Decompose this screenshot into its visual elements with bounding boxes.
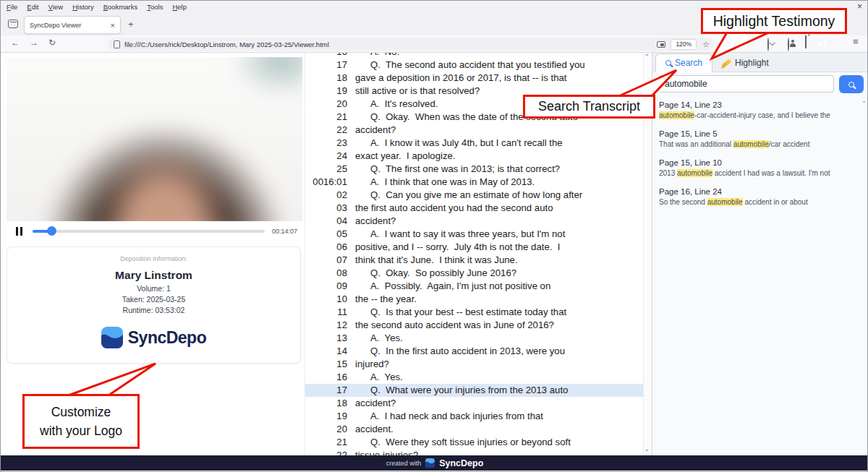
screenshot-icon[interactable]: [657, 41, 665, 48]
transcript-line[interactable]: 02 Q. Can you give me an estimate of how…: [305, 189, 643, 202]
menu-item[interactable]: History: [72, 3, 94, 11]
transcript-line[interactable]: 15 injured?: [305, 358, 643, 371]
transcript-line[interactable]: 17 Q. What were your injuries from the 2…: [305, 384, 643, 397]
menu-item[interactable]: File: [7, 3, 17, 11]
line-number: 16: [305, 53, 347, 59]
transcript-line[interactable]: 16 A. Yes.: [305, 371, 643, 384]
transcript-line[interactable]: 24 exact year. I apologize.: [305, 150, 643, 163]
scroll-down-icon[interactable]: ⌄: [644, 446, 650, 452]
deposition-video[interactable]: [7, 57, 302, 221]
search-result-item[interactable]: Page 15, Line 10 2013 automobile acciden…: [659, 158, 859, 177]
tab-search[interactable]: Search: [655, 53, 712, 72]
search-button-icon: [848, 82, 854, 87]
line-text: the first auto accident you had the seco…: [355, 202, 553, 215]
menu-item[interactable]: Tools: [147, 3, 163, 11]
transcript-line[interactable]: 21 Q. Were they soft tissue injuries or …: [305, 436, 643, 449]
line-text: exact year. I apologize.: [355, 150, 456, 163]
bookmark-star-icon[interactable]: ☆: [702, 40, 710, 48]
transcript-line[interactable]: 25 Q. The first one was in 2013; is that…: [305, 163, 643, 176]
transcript-line[interactable]: 06 positive, and I -- sorry. July 4th is…: [305, 241, 643, 254]
line-number: 13: [305, 332, 347, 345]
syncdepo-logo-text: SyncDepo: [128, 328, 206, 348]
search-result-item[interactable]: Page 16, Line 24 So the second automobil…: [659, 187, 859, 206]
transcript-line[interactable]: 11 Q. Is that your best -- best estimate…: [305, 306, 643, 319]
transcript-line[interactable]: 04 accident?: [305, 215, 643, 228]
line-number: 03: [305, 202, 347, 215]
line-number: 06: [305, 241, 347, 254]
line-number: 19: [305, 85, 347, 98]
callout-customize-logo: Customize with your Logo: [22, 394, 140, 449]
tab-highlight[interactable]: Highlight: [712, 53, 778, 72]
transcript-line[interactable]: 12 the second auto accident was in June …: [305, 319, 643, 332]
transcript-line[interactable]: 14 Q. In the first auto accident in 2013…: [305, 345, 643, 358]
pause-icon[interactable]: [16, 227, 22, 236]
menu-item[interactable]: View: [48, 3, 63, 11]
line-number: 07: [305, 254, 347, 267]
transcript-line[interactable]: 20 accident.: [305, 423, 643, 436]
transcript-line[interactable]: 23 A. I know it was July 4th, but I can'…: [305, 137, 643, 150]
line-text: A. It's resolved.: [355, 98, 438, 111]
address-bar[interactable]: file:///C:/Users/rick/Desktop/Linstrom, …: [108, 38, 714, 51]
panel-scroll-up-icon[interactable]: ⌃: [861, 100, 867, 107]
menu-item[interactable]: Edit: [27, 3, 38, 11]
transcript-line[interactable]: 09 A. Possibly. Again, I'm just not posi…: [305, 280, 643, 293]
deposition-info-card: Deposition Information: Mary Linstrom Vo…: [7, 246, 301, 364]
new-tab-button[interactable]: +: [128, 19, 134, 30]
share-icon[interactable]: [805, 35, 807, 48]
result-snippet: automobile-car-accident-injury case, and…: [659, 111, 859, 119]
transcript-line[interactable]: 08 Q. Okay. So possibly June 2016?: [305, 267, 643, 280]
back-icon[interactable]: ←: [11, 38, 20, 48]
search-result-item[interactable]: Page 15, Line 5 That was an additional a…: [659, 129, 859, 148]
transcript-line[interactable]: 22 accident?: [305, 124, 643, 137]
transcript-line[interactable]: 19 A. I had neck and back injuries from …: [305, 410, 643, 423]
line-text: Q. Were they soft tissue injuries or bey…: [355, 436, 571, 449]
window-close-icon[interactable]: ×: [857, 1, 862, 12]
account-icon[interactable]: [788, 38, 789, 51]
menu-item[interactable]: Help: [172, 3, 187, 11]
transcript-line[interactable]: 07 think that it's June. I think it was …: [305, 254, 643, 267]
blurred-witness-video: [7, 57, 302, 221]
line-number: 20: [305, 98, 347, 111]
search-input[interactable]: [658, 75, 834, 93]
transcript-line[interactable]: 18 accident?: [305, 397, 643, 410]
match-highlight: automobile: [677, 169, 712, 177]
transcript-line[interactable]: 0016:01 A. I think that one was in May o…: [305, 176, 643, 189]
result-location: Page 15, Line 5: [659, 129, 859, 138]
transcript-line[interactable]: 05 A. I want to say it was three years, …: [305, 228, 643, 241]
line-number: 21: [305, 111, 347, 124]
video-progress-slider[interactable]: [33, 230, 265, 233]
scroll-up-icon[interactable]: ⌃: [644, 53, 650, 60]
browser-tab[interactable]: SyncDepo Viewer ×: [24, 16, 121, 34]
transcript-line[interactable]: 17 Q. The second auto accident that you …: [305, 59, 643, 72]
highlight-tab-label: Highlight: [735, 58, 769, 68]
result-snippet: 2013 automobile accident I had was a law…: [659, 169, 859, 177]
transcript-line[interactable]: 13 A. Yes.: [305, 332, 643, 345]
match-highlight: automobile: [733, 140, 769, 148]
callout-highlight-text: Highlight Testimony: [713, 13, 835, 30]
line-text: A. Possibly. Again, I'm just not positiv…: [355, 280, 550, 293]
search-button[interactable]: [839, 75, 864, 93]
forward-icon[interactable]: →: [30, 38, 38, 48]
line-text: A. I want to say it was three years, but…: [355, 228, 565, 241]
player-progress-thumb[interactable]: [47, 226, 56, 236]
reload-icon[interactable]: ↻: [48, 38, 56, 48]
deposition-info-label: Deposition Information:: [7, 255, 300, 262]
transcript-line[interactable]: 16 A. No.: [305, 53, 643, 59]
firefox-view-icon[interactable]: [8, 20, 18, 28]
search-results: Page 14, Line 23 automobile-car-accident…: [659, 100, 859, 216]
hamburger-menu-icon[interactable]: ≡: [853, 37, 859, 47]
transcript-line[interactable]: 10 the -- the year.: [305, 293, 643, 306]
zoom-level-chip[interactable]: 120%: [671, 39, 697, 50]
transcript-line[interactable]: 18 gave a deposition in 2016 or 2017, is…: [305, 72, 643, 85]
search-result-item[interactable]: Page 14, Line 23 automobile-car-accident…: [659, 100, 859, 119]
line-text: A. I think that one was in May of 2013.: [355, 176, 535, 189]
callout-search-transcript: Search Transcript: [523, 95, 655, 119]
line-text: Q. In the first auto accident in 2013, w…: [355, 345, 565, 358]
created-with-text: created with: [386, 460, 422, 467]
pocket-icon[interactable]: [767, 38, 769, 51]
menu-item[interactable]: Bookmarks: [103, 3, 138, 11]
line-text: positive, and I -- sorry. July 4th is no…: [355, 241, 560, 254]
transcript-line[interactable]: 03 the first auto accident you had the s…: [305, 202, 643, 215]
tab-close-icon[interactable]: ×: [108, 21, 115, 30]
line-number: 24: [305, 150, 347, 163]
